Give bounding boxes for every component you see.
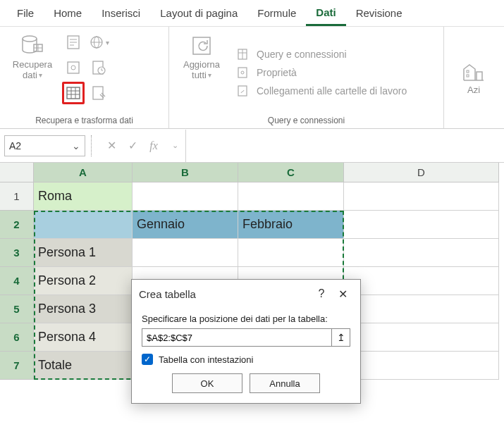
row-header[interactable]: 6 <box>0 323 34 352</box>
cell[interactable] <box>344 211 499 239</box>
chevron-down-icon[interactable]: ⌄ <box>72 140 80 151</box>
formula-bar: A2 ⌄ ✕ ✓ fx ⌄ <box>0 129 504 163</box>
cell[interactable]: Totale <box>34 352 133 380</box>
col-header-a[interactable]: A <box>34 163 133 182</box>
accept-formula-icon[interactable]: ✓ <box>123 137 142 155</box>
dialog-close-button[interactable]: ✕ <box>332 287 353 301</box>
separator <box>91 135 95 156</box>
svg-rect-15 <box>67 87 80 99</box>
name-box-value: A2 <box>9 140 21 151</box>
cell[interactable] <box>344 239 499 267</box>
cell[interactable]: Persona 3 <box>34 295 133 323</box>
refresh-icon <box>186 34 217 58</box>
cell[interactable]: Persona 1 <box>34 239 133 267</box>
headers-checkbox-label[interactable]: Tabella con intestazioni <box>159 354 253 365</box>
cell[interactable] <box>34 211 133 239</box>
cell[interactable]: Persona 4 <box>34 323 133 352</box>
svg-rect-27 <box>238 86 247 96</box>
existing-connections-button[interactable] <box>87 82 110 104</box>
tab-layout[interactable]: Layout di pagina <box>150 1 247 25</box>
dialog-help-button[interactable]: ? <box>311 287 332 300</box>
dialog-title: Crea tabella <box>139 288 196 300</box>
chevron-down-icon[interactable]: ⌄ <box>166 137 184 155</box>
refresh-all-button[interactable]: Aggiorna tutti▾ <box>176 31 227 114</box>
svg-point-26 <box>241 71 244 74</box>
svg-rect-25 <box>238 68 247 78</box>
cell[interactable] <box>238 182 344 211</box>
refresh-label-1: Aggiorna <box>183 59 220 70</box>
tab-inserisci[interactable]: Inserisci <box>92 1 150 25</box>
dialog-instruction: Specificare la posizione dei dati per la… <box>142 314 350 324</box>
refresh-label-2: tutti <box>192 70 207 80</box>
cell[interactable] <box>238 239 344 267</box>
col-header-c[interactable]: C <box>238 163 344 182</box>
tab-file[interactable]: File <box>7 1 44 25</box>
properties-label: Proprietà <box>257 67 297 78</box>
get-data-button[interactable]: Recupera dati▾ <box>7 31 58 114</box>
row-header[interactable]: 5 <box>0 295 34 323</box>
ok-button[interactable]: OK <box>172 373 242 393</box>
from-text-button[interactable] <box>62 31 85 54</box>
group-label-transform: Recupera e trasforma dati <box>7 116 161 125</box>
from-table-range-button[interactable] <box>62 82 85 104</box>
tab-revisione[interactable]: Revisione <box>346 1 412 25</box>
cell[interactable]: Persona 2 <box>34 267 133 295</box>
chevron-down-icon: ▾ <box>208 71 211 79</box>
get-data-label-1: Recupera <box>13 59 52 70</box>
cell[interactable]: Gennaio <box>133 211 238 239</box>
formula-input[interactable] <box>185 130 504 162</box>
select-all-corner[interactable] <box>0 163 34 182</box>
recent-sources-button[interactable] <box>87 56 110 79</box>
cell[interactable]: Febbraio <box>238 211 344 239</box>
database-icon <box>17 34 48 58</box>
queries-connections-button[interactable]: Query e connessioni <box>237 48 407 61</box>
cell[interactable] <box>344 323 499 352</box>
row-header[interactable]: 2 <box>0 211 34 239</box>
stocks-button[interactable]: Azi <box>458 61 489 95</box>
cell[interactable] <box>344 267 499 295</box>
properties-button[interactable]: Proprietà <box>237 66 407 79</box>
cancel-button[interactable]: Annulla <box>250 373 320 393</box>
range-input[interactable] <box>142 329 331 346</box>
row-header[interactable]: 4 <box>0 267 34 295</box>
range-picker-button[interactable]: ↥ <box>331 329 350 346</box>
workbook-links-button[interactable]: Collegamenti alle cartelle di lavoro <box>237 85 407 97</box>
row-header[interactable]: 3 <box>0 239 34 267</box>
get-data-label-2: dati <box>23 70 37 80</box>
row-header[interactable]: 1 <box>0 182 34 211</box>
tab-dati[interactable]: Dati <box>306 1 345 26</box>
from-web-button[interactable]: ▾ <box>87 31 110 54</box>
svg-point-0 <box>23 36 37 42</box>
chevron-down-icon: ▾ <box>106 39 109 46</box>
cell[interactable] <box>133 239 238 267</box>
group-label-queries: Query e connessioni <box>176 116 436 125</box>
cell[interactable] <box>344 182 499 211</box>
properties-icon <box>237 66 251 79</box>
ribbon-tabs: File Home Inserisci Layout di pagina For… <box>0 0 504 27</box>
svg-rect-29 <box>467 75 469 77</box>
svg-point-12 <box>71 66 75 70</box>
col-header-d[interactable]: D <box>344 163 499 182</box>
svg-rect-20 <box>93 87 103 99</box>
cancel-formula-icon[interactable]: ✕ <box>102 137 121 155</box>
stocks-label: Azi <box>467 85 480 95</box>
col-header-b[interactable]: B <box>133 163 238 182</box>
cell[interactable] <box>344 352 499 380</box>
svg-rect-28 <box>467 70 469 73</box>
workbook-links-label: Collegamenti alle cartelle di lavoro <box>257 85 407 97</box>
tab-home[interactable]: Home <box>44 1 92 25</box>
headers-checkbox[interactable]: ✓ <box>142 354 153 365</box>
workbook-links-icon <box>237 85 251 97</box>
from-sheet-button[interactable] <box>62 56 85 79</box>
cell[interactable] <box>344 295 499 323</box>
tab-formule[interactable]: Formule <box>247 1 306 25</box>
qc-label: Query e connessioni <box>257 49 347 60</box>
cell[interactable] <box>133 182 238 211</box>
building-icon <box>458 61 489 85</box>
link-icon <box>237 48 251 61</box>
svg-rect-11 <box>68 62 79 73</box>
fx-icon[interactable]: fx <box>145 137 163 155</box>
name-box[interactable]: A2 ⌄ <box>4 135 85 156</box>
cell[interactable]: Roma <box>34 182 133 211</box>
row-header[interactable]: 7 <box>0 352 34 380</box>
